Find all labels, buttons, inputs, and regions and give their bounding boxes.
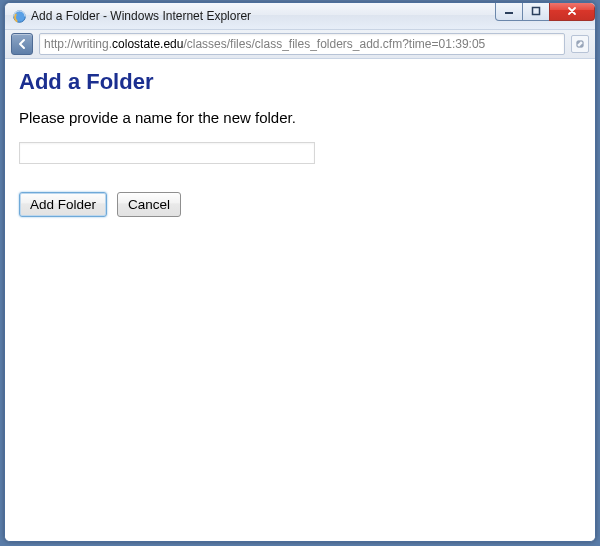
cancel-button[interactable]: Cancel xyxy=(117,192,181,217)
nav-back-button[interactable] xyxy=(11,33,33,55)
svg-rect-1 xyxy=(505,12,513,14)
page-content: Add a Folder Please provide a name for t… xyxy=(5,59,595,541)
url-host: colostate.edu xyxy=(112,37,183,51)
svg-rect-3 xyxy=(577,41,583,47)
prompt-text: Please provide a name for the new folder… xyxy=(19,109,579,126)
add-folder-button[interactable]: Add Folder xyxy=(19,192,107,217)
url-host-pre: writing. xyxy=(74,37,112,51)
window-controls xyxy=(496,2,595,22)
compatibility-view-icon[interactable] xyxy=(571,35,589,53)
window-frame: Add a Folder - Windows Internet Explorer… xyxy=(4,2,596,542)
titlebar: Add a Folder - Windows Internet Explorer xyxy=(5,3,595,30)
url-protocol: http:// xyxy=(44,37,74,51)
page-heading: Add a Folder xyxy=(19,69,579,95)
button-row: Add Folder Cancel xyxy=(19,192,579,217)
svg-rect-2 xyxy=(533,8,540,15)
maximize-button[interactable] xyxy=(522,2,550,21)
address-bar-row: http://writing.colostate.edu/classes/fil… xyxy=(5,30,595,59)
address-bar[interactable]: http://writing.colostate.edu/classes/fil… xyxy=(39,33,565,55)
folder-name-input[interactable] xyxy=(19,142,315,164)
ie-icon xyxy=(11,8,27,24)
minimize-button[interactable] xyxy=(495,2,523,21)
url-path: /classes/files/class_files_folders_add.c… xyxy=(183,37,485,51)
close-button[interactable] xyxy=(549,2,595,21)
